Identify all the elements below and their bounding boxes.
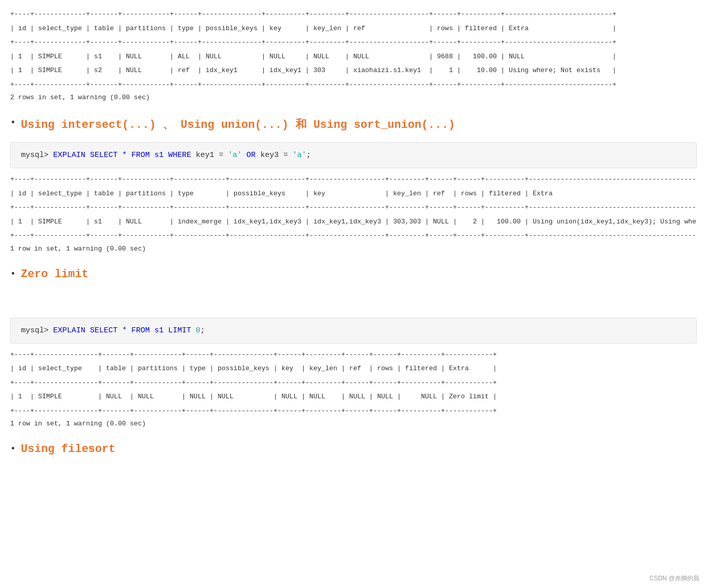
table-row-3: | 1 | SIMPLE | NULL | NULL | NULL | NULL… <box>10 392 697 402</box>
section-title-intersect: Using intersect(...) 、 Using union(...) … <box>21 117 697 132</box>
table-border-top: +----+-------------+-------+------------… <box>10 9 697 19</box>
section-title-filesort: Using filesort <box>21 443 116 456</box>
table-header-2: | id | select_type | table | partitions … <box>10 189 697 199</box>
semicolon1: ; <box>306 151 311 160</box>
val-zero: 0 <box>196 326 200 335</box>
bullet-3: • <box>10 444 16 454</box>
table-row: | 1 | SIMPLE | s1 | NULL | ALL | NULL | … <box>10 52 697 62</box>
row-count-1: 2 rows in set, 1 warning (0.00 sec) <box>10 94 697 101</box>
table-border-bottom-2: +----+-------------+-------+------------… <box>10 231 697 241</box>
section-filesort: • Using filesort <box>10 443 697 456</box>
table-header: | id | select_type | table | partitions … <box>10 24 697 34</box>
code-block-intersect: mysql> EXPLAIN SELECT * FROM s1 WHERE ke… <box>10 142 697 168</box>
bullet-2: • <box>10 269 16 279</box>
table-border-top-3: +----+----------------+-------+---------… <box>10 350 697 360</box>
explain-keyword-2: EXPLAIN SELECT * FROM s1 LIMIT <box>53 326 196 335</box>
table-separator-3: +----+----------------+-------+---------… <box>10 378 697 388</box>
prompt: mysql> <box>21 151 53 160</box>
prompt-2: mysql> <box>21 326 53 335</box>
val-a1: 'a' <box>228 151 242 160</box>
or-keyword: OR <box>242 151 260 160</box>
table-separator-2: +----+-------------+-------+------------… <box>10 202 697 213</box>
section-intersect: • Using intersect(...) 、 Using union(...… <box>10 117 697 132</box>
eq2: = <box>279 151 292 160</box>
row-count-3: 1 row in set, 1 warning (0.00 sec) <box>10 420 697 427</box>
table-section-zero-limit: +----+----------------+-------+---------… <box>10 350 697 428</box>
explain-keyword: EXPLAIN SELECT * FROM s1 WHERE <box>53 151 196 160</box>
section-zero-limit: • Zero limit <box>10 268 697 281</box>
top-table-section: +----+-------------+-------+------------… <box>10 9 697 101</box>
table-header-3: | id | select_type | table | partitions … <box>10 364 697 374</box>
table-row-2: | 1 | SIMPLE | s1 | NULL | index_merge |… <box>10 217 697 227</box>
col-key3: key3 <box>260 151 279 160</box>
val-a2: 'a' <box>292 151 306 160</box>
table-separator: +----+-------------+-------+------------… <box>10 37 697 48</box>
row-count-2: 1 row in set, 1 warning (0.00 sec) <box>10 245 697 253</box>
eq1: = <box>214 151 228 160</box>
table-border-bottom: +----+-------------+-------+------------… <box>10 80 697 90</box>
section-title-zero-limit: Zero limit <box>21 268 88 281</box>
semicolon-2: ; <box>200 326 205 335</box>
code-block-zero-limit: mysql> EXPLAIN SELECT * FROM s1 LIMIT 0; <box>10 318 697 344</box>
table-row: | 1 | SIMPLE | s2 | NULL | ref | idx_key… <box>10 65 697 76</box>
table-border-bottom-3: +----+----------------+-------+---------… <box>10 406 697 416</box>
table-section-intersect: +----+-------------+-------+------------… <box>10 174 697 253</box>
bullet-1: • <box>10 118 16 128</box>
table-border-top-2: +----+-------------+-------+------------… <box>10 174 697 185</box>
col-key1: key1 <box>196 151 214 160</box>
